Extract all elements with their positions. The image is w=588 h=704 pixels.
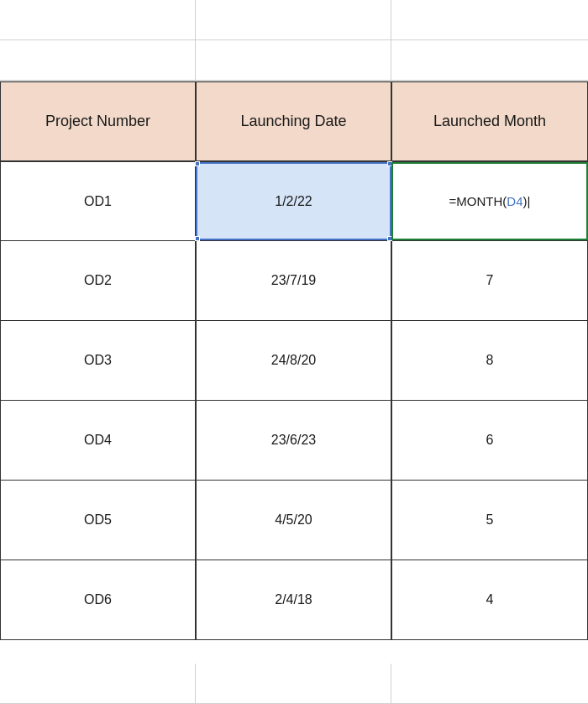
table-row: OD62/4/184 bbox=[0, 560, 588, 640]
header-month: Launched Month bbox=[391, 82, 588, 160]
top-empty-section bbox=[0, 0, 588, 81]
bottom-empty-row-1 bbox=[0, 664, 588, 704]
project-number-cell[interactable]: OD1 bbox=[0, 162, 196, 240]
table-row: OD11/2/22=MONTH(D4)| bbox=[0, 161, 588, 241]
project-number-cell[interactable]: OD6 bbox=[0, 560, 196, 639]
project-number-cell[interactable]: OD3 bbox=[0, 321, 196, 400]
empty-cell bbox=[391, 664, 588, 704]
launching-date-cell[interactable]: 24/8/20 bbox=[196, 321, 391, 400]
header-date-label: Launching Date bbox=[240, 113, 346, 130]
header-row: Project Number Launching Date Launched M… bbox=[0, 81, 588, 161]
empty-cell bbox=[196, 664, 391, 704]
formula-display: =MONTH(D4)| bbox=[449, 194, 531, 208]
launched-month-cell[interactable]: 5 bbox=[391, 481, 588, 560]
project-number-cell[interactable]: OD4 bbox=[0, 401, 196, 480]
header-project: Project Number bbox=[0, 82, 196, 160]
empty-cell bbox=[196, 0, 391, 40]
launched-month-cell[interactable]: 6 bbox=[391, 401, 588, 480]
launched-month-cell[interactable]: 7 bbox=[391, 241, 588, 320]
formula-ref: D4 bbox=[507, 194, 522, 208]
table-row: OD423/6/236 bbox=[0, 401, 588, 481]
empty-cell bbox=[196, 40, 391, 81]
header-month-label: Launched Month bbox=[433, 113, 546, 130]
empty-cell bbox=[0, 40, 196, 81]
launching-date-cell[interactable]: 2/4/18 bbox=[196, 560, 391, 639]
empty-cell bbox=[0, 664, 196, 704]
table-row: OD324/8/208 bbox=[0, 321, 588, 401]
launched-month-cell[interactable]: 8 bbox=[391, 321, 588, 400]
launching-date-cell[interactable]: 23/7/19 bbox=[196, 241, 391, 320]
table-row: OD223/7/197 bbox=[0, 241, 588, 321]
empty-row-2 bbox=[0, 40, 588, 81]
bottom-empty-section bbox=[0, 664, 588, 704]
launched-month-cell[interactable]: =MONTH(D4)| bbox=[391, 162, 588, 240]
main-table: Project Number Launching Date Launched M… bbox=[0, 81, 588, 664]
launched-month-cell[interactable]: 4 bbox=[391, 560, 588, 639]
launching-date-cell[interactable]: 1/2/22 bbox=[196, 162, 391, 240]
header-date: Launching Date bbox=[196, 82, 391, 160]
launching-date-cell[interactable]: 23/6/23 bbox=[196, 401, 391, 480]
project-number-cell[interactable]: OD5 bbox=[0, 481, 196, 560]
empty-cell bbox=[391, 40, 588, 81]
table-row: OD54/5/205 bbox=[0, 481, 588, 560]
project-number-cell[interactable]: OD2 bbox=[0, 241, 196, 320]
empty-row-1 bbox=[0, 0, 588, 40]
empty-cell bbox=[0, 0, 196, 40]
data-rows: OD11/2/22=MONTH(D4)|OD223/7/197OD324/8/2… bbox=[0, 161, 588, 640]
selection-handle-tl bbox=[195, 161, 200, 166]
empty-cell bbox=[391, 0, 588, 40]
header-project-label: Project Number bbox=[45, 113, 150, 130]
launching-date-cell[interactable]: 4/5/20 bbox=[196, 481, 391, 560]
spreadsheet: Project Number Launching Date Launched M… bbox=[0, 0, 588, 704]
